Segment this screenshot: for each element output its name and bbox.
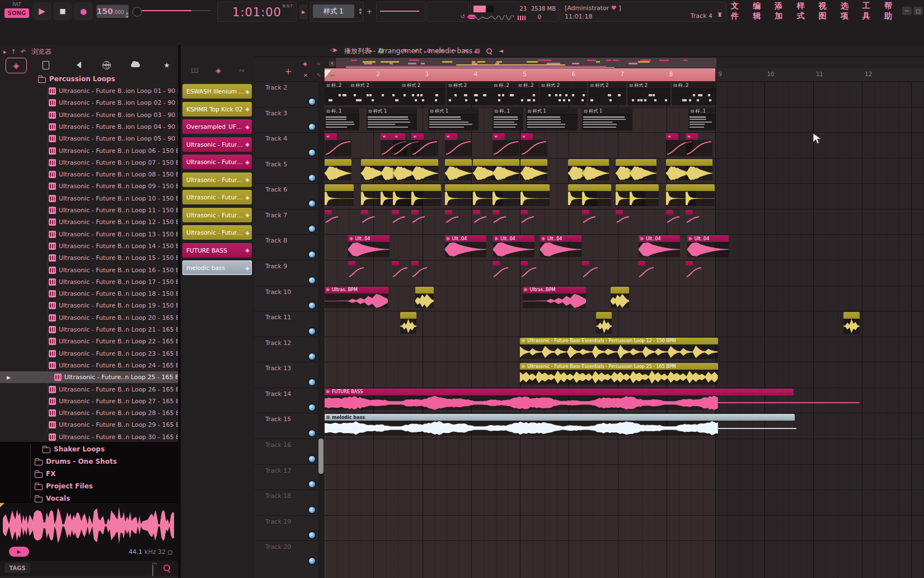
- pat-label[interactable]: PAT: [4, 2, 29, 7]
- track-name[interactable]: Track 12: [265, 339, 291, 347]
- folder-item[interactable]: FX: [35, 470, 55, 478]
- track-name[interactable]: Track 15: [265, 416, 291, 423]
- channel-toggle-icon[interactable]: ◁▶: [330, 47, 337, 53]
- wave-mini-icon[interactable]: ◈: [300, 59, 310, 68]
- song-label[interactable]: SONG: [4, 8, 29, 18]
- track-name[interactable]: Track 5: [265, 161, 287, 168]
- pattern-spinner[interactable]: ▲▼: [359, 7, 362, 15]
- audio-clip[interactable]: [445, 159, 472, 166]
- preview-play-button[interactable]: ▶: [9, 547, 29, 557]
- picker-automation-tab[interactable]: ∾: [236, 65, 247, 75]
- audio-clip[interactable]: [411, 184, 440, 191]
- audio-clip[interactable]: [630, 184, 659, 191]
- menu-2[interactable]: 添加: [775, 1, 789, 21]
- automation-clip-small[interactable]: [445, 210, 452, 215]
- automation-clip-small[interactable]: [493, 261, 500, 265]
- picker-item[interactable]: Ultrasonic - Future B..◈: [182, 225, 252, 240]
- audio-clip[interactable]: ⊪Ultras..BPM: [523, 287, 587, 293]
- track-record-dot[interactable]: [309, 379, 315, 385]
- audio-clip[interactable]: [411, 159, 438, 166]
- audio-clip[interactable]: [596, 312, 612, 319]
- audio-clip[interactable]: [493, 184, 522, 191]
- brush-mini-icon[interactable]: ✎: [314, 71, 324, 80]
- automation-clip[interactable]: ∞: [325, 133, 337, 140]
- x-mini-icon[interactable]: ✕: [301, 71, 311, 80]
- track-name[interactable]: Track 9: [265, 263, 287, 270]
- pattern-clip[interactable]: ⊟ 样式 2: [588, 82, 626, 105]
- pattern-prev-icon[interactable]: ▶: [299, 4, 308, 19]
- picker-item[interactable]: melodic bass◈: [182, 260, 252, 275]
- playlist-overview-scrollbar[interactable]: [336, 58, 716, 68]
- picker-pattern-tab[interactable]: Ш: [189, 65, 200, 75]
- slider-knob[interactable]: [132, 7, 142, 17]
- track-name[interactable]: Track 8: [265, 237, 287, 244]
- track-record-dot[interactable]: [309, 456, 315, 462]
- automation-clip[interactable]: ∞: [686, 133, 698, 140]
- audio-clip[interactable]: [686, 159, 712, 166]
- loop-mode-icon[interactable]: ▢: [167, 549, 172, 555]
- tab-files[interactable]: [36, 58, 56, 72]
- folder-item[interactable]: Vocals: [35, 495, 70, 502]
- track-name[interactable]: Track 2: [265, 84, 287, 91]
- audio-clip[interactable]: [686, 184, 715, 191]
- picker-item[interactable]: Ultrasonic - Future B..◈: [182, 208, 252, 222]
- pattern-clip[interactable]: ⊟ 样式 2: [400, 82, 445, 105]
- folder-item[interactable]: Project Files: [35, 482, 93, 490]
- automation-clip-small[interactable]: [473, 210, 480, 215]
- automation-clip-small[interactable]: [392, 261, 399, 265]
- zoom-tool-icon[interactable]: [484, 46, 494, 55]
- tab-cloud[interactable]: [125, 58, 146, 72]
- track-name[interactable]: Track 6: [265, 186, 287, 193]
- track-name[interactable]: Track 20: [265, 543, 291, 551]
- restore-button[interactable]: □: [913, 7, 923, 15]
- track-record-dot[interactable]: [309, 150, 315, 156]
- playlist-breadcrumb[interactable]: 播放列表 - Arrangement ▸ melodic bass ▸: [344, 46, 477, 56]
- piano-mini-icon[interactable]: Ш: [327, 59, 337, 68]
- tab-online[interactable]: [96, 58, 116, 72]
- pattern-clip[interactable]: ⊟ 样..2: [492, 82, 517, 105]
- track-name[interactable]: Track 4: [265, 135, 287, 142]
- automation-clip-small[interactable]: [686, 210, 693, 215]
- automation-clip-small[interactable]: [686, 261, 693, 265]
- automation-clip-small[interactable]: [325, 210, 332, 215]
- track-name[interactable]: Track 7: [265, 212, 287, 219]
- picker-item[interactable]: ESWASH Illenium Kick..◈: [182, 84, 252, 99]
- swirl-icon[interactable]: ↺: [461, 13, 465, 20]
- pattern-clip[interactable]: ⊟ 样式 2: [349, 82, 401, 105]
- automation-clip[interactable]: ∞: [666, 133, 678, 140]
- picker-audio-tab[interactable]: ◈: [213, 65, 224, 75]
- forward-icon[interactable]: ▸: [3, 48, 7, 55]
- audio-clip[interactable]: [520, 184, 550, 191]
- picker-item[interactable]: FUTURE BASS◈: [182, 243, 252, 258]
- tab-plugins[interactable]: [67, 58, 87, 72]
- add-mini-icon[interactable]: +: [283, 67, 293, 76]
- pattern-clip[interactable]: ⊟ 样式 2: [447, 82, 492, 105]
- audio-clip[interactable]: [325, 159, 351, 166]
- pattern-clip[interactable]: ⊟ 样..1: [325, 108, 359, 131]
- track-record-dot[interactable]: [309, 251, 315, 258]
- track-name[interactable]: Track 10: [265, 288, 291, 296]
- audio-clip[interactable]: [843, 312, 860, 319]
- picker-item[interactable]: Oversampled_UFBT_..◈: [182, 119, 252, 134]
- stop-button[interactable]: ■: [53, 2, 72, 20]
- picker-item[interactable]: Ultrasonic - Future B..◈: [182, 155, 252, 169]
- audio-clip[interactable]: ⊪melodic bass: [325, 414, 795, 421]
- pattern-name[interactable]: 样式 1: [313, 4, 354, 18]
- breadcrumb-clip[interactable]: melodic bass: [428, 47, 472, 55]
- tags-search-icon[interactable]: [163, 565, 170, 571]
- menu-3[interactable]: 样式: [796, 1, 811, 21]
- audio-clip[interactable]: [630, 159, 656, 166]
- automation-clip-small[interactable]: [493, 210, 500, 215]
- pattern-clip[interactable]: ⊟ 样式 1: [428, 108, 479, 131]
- audio-clip[interactable]: [611, 287, 629, 293]
- menu-0[interactable]: 文件: [731, 1, 745, 21]
- audio-clip[interactable]: [493, 159, 519, 166]
- automation-clip-small[interactable]: [582, 261, 589, 265]
- automation-clip-small[interactable]: [616, 210, 623, 215]
- audio-clip[interactable]: [445, 184, 474, 191]
- timeline-ruler[interactable]: 23456789101112: [325, 68, 924, 81]
- harrows-mini-icon[interactable]: ↔: [327, 71, 337, 80]
- automation-clip-small[interactable]: [666, 210, 673, 215]
- automation-clip-small[interactable]: [392, 210, 399, 215]
- menu-6[interactable]: 工具: [862, 1, 877, 21]
